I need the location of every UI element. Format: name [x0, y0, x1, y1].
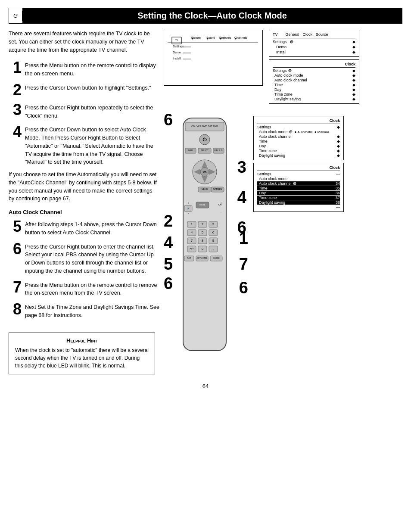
panel2-autochannel: Auto clock channel	[274, 78, 307, 82]
panel4-day: Day	[259, 191, 266, 195]
panel2-daylight: Daylight saving	[274, 97, 301, 101]
svg-text:AV+: AV+	[190, 247, 194, 250]
panel3-arrow4: ◆	[337, 139, 340, 143]
panel4-x-icon	[293, 182, 297, 185]
panel1-install: Install	[276, 50, 286, 54]
step-7: 7 Press the Menu button on the remote co…	[9, 280, 159, 298]
panel3-arrow1: ◆	[337, 125, 340, 129]
callout-4: 4	[237, 189, 246, 205]
hint-title: Helpful Hint	[15, 337, 149, 344]
panel4-settings: Settings	[257, 172, 271, 176]
callout-4b: 4	[164, 234, 173, 251]
panel3-arrow3: ◆	[337, 134, 340, 139]
step-6-text: Press the Cursor Right button to enter t…	[25, 241, 159, 275]
panel4-val6: 38	[336, 200, 340, 205]
svg-text:MENU: MENU	[202, 188, 208, 190]
callout-5: 5	[164, 256, 173, 272]
panel2-clock-title: Clock	[273, 62, 355, 66]
step-2: 2 Press the Cursor Down button to highli…	[9, 82, 159, 98]
panel3-manual: ● Manual	[314, 130, 329, 134]
callout-2: 2	[164, 213, 173, 229]
svg-text:+: +	[187, 202, 189, 205]
panel3-automatic: ● Automatic	[295, 130, 313, 134]
panel2-autoclock: Auto clock mode	[274, 73, 303, 78]
panel3-day: Day	[259, 144, 266, 148]
svg-text:4: 4	[191, 230, 193, 234]
hint-text: When the clock is set to "automatic" the…	[15, 346, 149, 370]
svg-text:CBL  VCR  DVD  SAT  AMP: CBL VCR DVD SAT AMP	[191, 125, 218, 128]
callout-6-top: 6	[164, 112, 173, 128]
section-label: G	[9, 11, 22, 21]
step-4-text: Press the Cursor Down button to select A…	[25, 124, 159, 166]
svg-text:🔊: 🔊	[187, 207, 190, 210]
svg-text:-: -	[213, 247, 214, 251]
svg-text:MUTE: MUTE	[199, 203, 206, 206]
panel2-day: Day	[274, 87, 281, 92]
panel3-arrow5: ◆	[337, 144, 340, 148]
panel2-arrow1: ◆	[352, 68, 355, 73]
panel4-daylight: Daylight saving	[259, 200, 285, 205]
svg-text:Channels: Channels	[234, 36, 247, 39]
step-2-text: Press the Cursor Down button to highligh…	[25, 82, 151, 92]
panel4-val3: 35	[336, 186, 340, 190]
remote-svg: CBL VCR DVD SAT AMP ⏻ INFO SELECT PRL.FL…	[177, 116, 233, 357]
step-3-number: 3	[9, 102, 22, 118]
top-diagrams: TV Picture Sound Features Channels Setti…	[164, 30, 402, 104]
steps-5-8-list: 5 After following steps 1-4 above, press…	[9, 219, 159, 320]
svg-text:9: 9	[212, 239, 215, 243]
panel2-time: Time	[274, 83, 283, 87]
step-6: 6 Press the Cursor Right button to enter…	[9, 241, 159, 275]
panel2-timezone: Time zone	[274, 92, 293, 96]
panel3-timezone: Time zone	[259, 149, 277, 153]
screen-panel-4: Clock Settings — Auto clock mode Auto cl…	[253, 163, 344, 212]
step-4-number: 4	[9, 124, 22, 140]
step-5-number: 5	[9, 219, 22, 234]
svg-text:3: 3	[212, 222, 215, 226]
panel3-clock-title: Clock	[257, 118, 340, 123]
remote-illustration: 6 3 4 6 2 4 5 6 1 7 6 CBL VCR DVD SAT A	[164, 107, 250, 358]
steps-list: 1 Press the Menu button on the remote co…	[9, 60, 159, 166]
main-layout: There are several features which require…	[9, 30, 402, 374]
screen-panel-1: TV General Clock Source Settings ◆ Demo …	[269, 30, 359, 57]
panel4-time: Time	[259, 186, 268, 190]
svg-text:ACTV CTRL: ACTV CTRL	[196, 257, 208, 259]
svg-text:7: 7	[191, 239, 193, 243]
svg-text:5: 5	[202, 230, 204, 234]
panel1-arrow2: ◆	[352, 45, 355, 49]
step-7-number: 7	[9, 280, 22, 295]
panel4-dash2: —	[336, 205, 340, 209]
panel4-autoclock: Auto clock mode	[259, 177, 288, 181]
menu-diagram-1: TV Picture Sound Features Channels Setti…	[164, 30, 263, 86]
panel4-dash: —	[336, 172, 340, 176]
svg-text:⏻: ⏻	[202, 137, 207, 142]
auto-clock-heading: Auto Clock Channel	[9, 209, 159, 215]
left-column: There are several features which require…	[9, 30, 159, 374]
svg-text:SELECT: SELECT	[201, 149, 209, 152]
svg-text:6: 6	[212, 230, 215, 234]
panel1-arrow1: ◆	[352, 40, 355, 44]
page-header: G Setting the Clock—Auto Clock Mode	[9, 8, 402, 24]
menu-diagram-1-svg: TV Picture Sound Features Channels Setti…	[168, 34, 258, 82]
panel3-autochannel: Auto clock channel	[259, 134, 292, 139]
panel3-time: Time	[259, 139, 268, 143]
panel1-arrow3: ◆	[352, 50, 355, 54]
intro-text: There are several features which require…	[9, 30, 159, 54]
svg-text:2: 2	[202, 222, 204, 226]
panel2-arrow5: ◆	[352, 87, 355, 92]
callout-6-left: 6	[164, 275, 173, 292]
svg-point-16	[235, 38, 237, 40]
panel3-daylight: Daylight saving	[259, 153, 285, 158]
step-5-text: After following steps 1-4 above, press t…	[25, 219, 159, 237]
svg-text:Install: Install	[173, 57, 181, 60]
svg-text:SCREEN: SCREEN	[213, 188, 222, 190]
step-1-number: 1	[9, 60, 22, 75]
panel4-clock-title: Clock	[257, 165, 340, 170]
step-8-text: Next Set the Time Zone and Daylight Savi…	[25, 302, 159, 320]
panel1-tv: TV	[273, 32, 278, 37]
panel4-val5: 37	[336, 196, 340, 200]
svg-text:OK: OK	[203, 171, 207, 173]
panel3-arrow7: ◆	[337, 153, 340, 158]
right-panels: TV General Clock Source Settings ◆ Demo …	[269, 30, 359, 104]
panel4-autochannel: Auto clock channel	[259, 181, 292, 186]
callout-6-bot: 6	[239, 280, 248, 296]
